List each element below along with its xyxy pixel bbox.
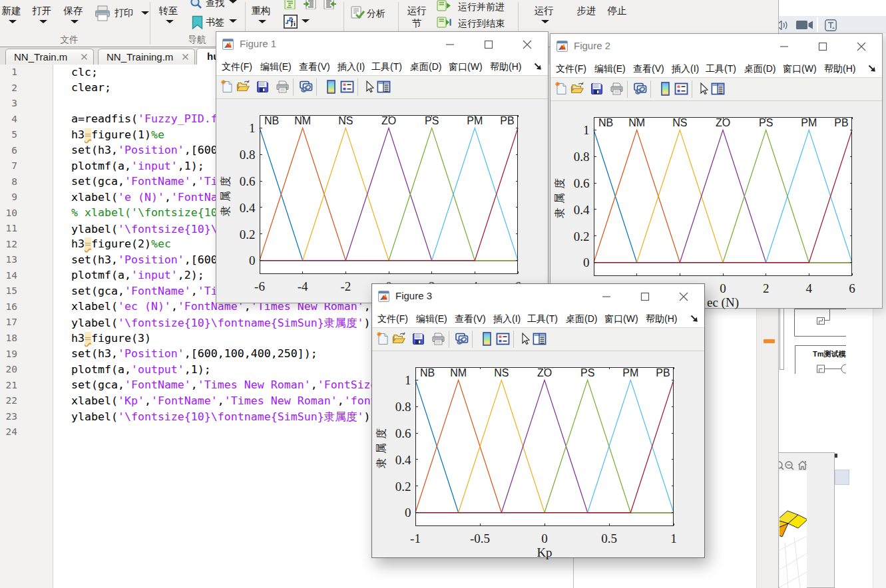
step-button[interactable]: 步进 xyxy=(577,5,596,17)
zoom-out-icon[interactable] xyxy=(785,461,794,470)
run-advance-icon[interactable] xyxy=(437,0,451,11)
dock-figure-icon[interactable] xyxy=(690,315,698,323)
print-icon[interactable] xyxy=(276,80,290,94)
close-button[interactable] xyxy=(846,34,877,59)
mlint-warning-marker[interactable] xyxy=(764,339,775,343)
insert-colorbar-icon[interactable] xyxy=(658,82,672,96)
figure-1-window[interactable]: Figure 1 文件(F)编辑(E)查看(V)插入(I)工具(T)桌面(D)窗… xyxy=(216,31,549,303)
menu-item[interactable]: 文件(F) xyxy=(556,63,586,75)
edit-plot-icon[interactable] xyxy=(363,80,377,94)
run-to-end-button[interactable]: 运行到结束 xyxy=(458,18,505,30)
run-to-end-icon[interactable] xyxy=(437,17,451,28)
save-icon[interactable] xyxy=(256,80,270,94)
menu-item[interactable]: 帮助(H) xyxy=(490,61,521,73)
minimize-button[interactable] xyxy=(769,34,799,59)
menu-item[interactable]: 插入(I) xyxy=(493,313,521,325)
bookmark-button[interactable]: 书签 xyxy=(206,17,224,29)
close-button[interactable] xyxy=(512,32,543,57)
code-line[interactable]: clc; xyxy=(71,66,98,78)
print-button[interactable]: 打印 xyxy=(114,7,133,19)
figure-3-window[interactable]: Figure 3 文件(F)编辑(E)查看(V)插入(I)工具(T)桌面(D)窗… xyxy=(371,283,705,558)
figure-canvas[interactable]: -6-4-2024600.20.40.60.81NBNMNSZOPSPMPB隶属… xyxy=(216,99,548,303)
find-dropdown-arrow[interactable] xyxy=(229,0,237,3)
find-icon[interactable] xyxy=(190,0,202,9)
run-button[interactable]: 运行 xyxy=(535,5,554,17)
menu-item[interactable]: 查看(V) xyxy=(299,61,330,73)
menu-item[interactable]: 桌面(D) xyxy=(566,313,597,325)
membership-plot[interactable]: -1-0.500.5100.20.40.60.81NBNMNSZOPSPMPBK… xyxy=(372,351,706,559)
insert-legend-icon[interactable] xyxy=(496,332,510,346)
insert-colorbar-icon[interactable] xyxy=(324,80,338,94)
bookmark-dropdown-arrow[interactable] xyxy=(229,19,237,23)
open-folder-icon[interactable] xyxy=(392,332,406,346)
run-advance-button[interactable]: 运行并前进 xyxy=(458,1,505,13)
code-line[interactable]: set(h3,'Position',[600,100,400,250]); xyxy=(71,347,318,360)
dock-figure-icon[interactable] xyxy=(868,65,876,73)
menu-item[interactable]: 帮助(H) xyxy=(646,313,677,325)
maximize-button[interactable] xyxy=(630,284,660,309)
text-block-icon[interactable] xyxy=(825,19,837,31)
open-folder-icon[interactable] xyxy=(570,82,584,96)
code-line[interactable]: h3=figure(3) xyxy=(71,332,151,345)
link-plot-icon[interactable] xyxy=(299,80,313,94)
refactor-dropdown-arrow[interactable] xyxy=(258,20,266,23)
figure-canvas[interactable]: -6-4-2024600.20.40.60.81NBNMNSZOPSPMPBec… xyxy=(551,101,882,308)
code-line[interactable]: ylabel('\fontsize{10}\fontname{SimSun}隶属… xyxy=(71,316,370,331)
tab-nn-train[interactable]: NN_Train.m xyxy=(5,49,94,65)
new-document-icon[interactable] xyxy=(376,332,390,346)
code-line[interactable]: clear; xyxy=(71,81,111,94)
new-dropdown-arrow[interactable] xyxy=(9,20,17,23)
minimize-button[interactable] xyxy=(435,32,465,57)
function-handle-icon[interactable] xyxy=(284,15,298,29)
save-dropdown-arrow[interactable] xyxy=(71,20,79,23)
menu-item[interactable]: 查看(V) xyxy=(455,313,486,325)
insert-colorbar-icon[interactable] xyxy=(480,332,494,346)
property-inspector-icon[interactable] xyxy=(533,332,547,346)
code-line[interactable]: ylabel('\fontsize{10}\fontname{SimSun}隶属… xyxy=(71,410,370,424)
new-document-icon[interactable] xyxy=(554,82,568,96)
menu-item[interactable]: 查看(V) xyxy=(633,63,664,75)
figure-canvas[interactable]: -1-0.500.5100.20.40.60.81NBNMNSZOPSPMPBK… xyxy=(372,351,704,557)
save-icon[interactable] xyxy=(411,332,425,346)
maximize-button[interactable] xyxy=(807,34,838,59)
menu-item[interactable]: 插入(I) xyxy=(337,61,365,73)
menu-item[interactable]: 工具(T) xyxy=(371,61,402,73)
edit-plot-icon[interactable] xyxy=(697,82,711,96)
find-button[interactable]: 查找 xyxy=(206,0,224,9)
tab-close-icon[interactable] xyxy=(182,53,189,61)
new-button[interactable]: 新建 xyxy=(2,5,21,17)
save-button[interactable]: 保存 xyxy=(64,5,83,17)
menu-item[interactable]: 编辑(E) xyxy=(594,63,626,75)
print-icon[interactable] xyxy=(431,332,445,346)
code-line[interactable]: h3=figure(1)%e xyxy=(71,128,164,141)
insert-dropdown-arrow[interactable] xyxy=(302,19,310,23)
property-inspector-icon[interactable] xyxy=(377,80,391,94)
menu-item[interactable]: 文件(F) xyxy=(222,61,252,73)
home-icon[interactable] xyxy=(797,460,807,470)
run-section-button[interactable]: 运行节 xyxy=(407,5,427,30)
figure-2-window[interactable]: Figure 2 文件(F)编辑(E)查看(V)插入(I)工具(T)桌面(D)窗… xyxy=(550,33,883,309)
analyze-icon[interactable] xyxy=(351,6,365,19)
link-plot-icon[interactable] xyxy=(455,332,469,346)
menu-item[interactable]: 桌面(D) xyxy=(744,63,775,75)
figure-titlebar[interactable]: Figure 2 xyxy=(551,34,882,59)
code-line[interactable]: plotmf(a,'input',2); xyxy=(71,269,204,281)
code-line[interactable]: plotmf(a,'output',1); xyxy=(71,363,211,376)
goto-button[interactable]: 转至 xyxy=(159,5,178,17)
indent-left-icon[interactable] xyxy=(324,0,336,9)
tab-nn-training[interactable]: NN_Training.m xyxy=(98,49,195,65)
maximize-button[interactable] xyxy=(473,32,504,57)
figure-titlebar[interactable]: Figure 3 xyxy=(372,284,704,309)
print-icon[interactable] xyxy=(94,5,111,21)
print-dropdown-arrow[interactable] xyxy=(141,11,149,15)
menu-item[interactable]: 工具(T) xyxy=(706,63,736,75)
code-line[interactable]: plotmf(a,'input',1); xyxy=(71,160,204,172)
run-dropdown-arrow[interactable] xyxy=(541,20,549,23)
print-icon[interactable] xyxy=(610,82,624,96)
menu-item[interactable]: 插入(I) xyxy=(672,63,699,75)
close-button[interactable] xyxy=(668,284,699,309)
tab-close-icon[interactable] xyxy=(81,53,88,61)
open-button[interactable]: 打开 xyxy=(33,5,52,17)
stop-button[interactable]: 停止 xyxy=(608,5,627,17)
menu-item[interactable]: 文件(F) xyxy=(377,313,408,325)
